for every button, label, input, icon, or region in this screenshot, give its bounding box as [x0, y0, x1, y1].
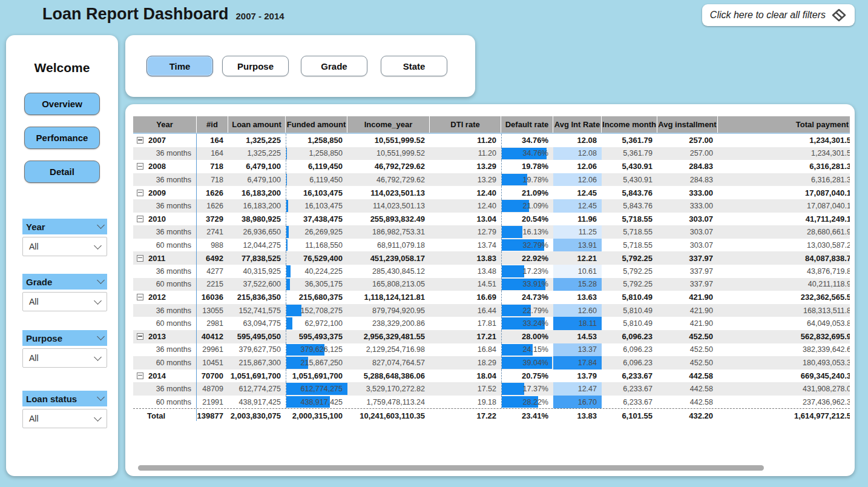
column-header-avg-int-rate[interactable]: Avg Int Rate: [553, 116, 602, 133]
welcome-heading: Welcome: [6, 61, 118, 75]
cell-total-payment: 237,436,962.3: [718, 396, 850, 409]
cell-avg-int: 16.70: [553, 396, 602, 409]
expand-icon[interactable]: [137, 216, 143, 222]
tab-state[interactable]: State: [381, 56, 447, 76]
column-header-funded-amount[interactable]: Funded amount: [286, 116, 347, 133]
cell-loan: 16,183,200: [228, 199, 286, 213]
cell-dti: 16.44: [430, 304, 501, 317]
cell-id: 16036: [197, 291, 228, 304]
filter-grade-value: All: [29, 297, 39, 306]
chevron-down-icon: [97, 276, 105, 284]
expand-icon[interactable]: [137, 333, 143, 340]
cell-default-rate: 19.78%: [501, 173, 553, 187]
table-row[interactable]: 36 months48709612,774,275612,774,2753,52…: [133, 382, 850, 396]
expand-icon[interactable]: [137, 137, 143, 144]
cell-default-rate: 24.73%: [501, 291, 553, 304]
cell-total-payment: 6,316,281.3: [718, 160, 850, 173]
cell-total-payment: 1,234,301.5: [718, 147, 850, 161]
column-header--id[interactable]: #id: [197, 116, 228, 133]
table-row[interactable]: 20087186,479,1006,119,45046,792,729.6213…: [133, 160, 850, 173]
column-header-total-payment[interactable]: Total payment: [718, 116, 850, 133]
column-header-avg-installment[interactable]: Avg installment: [657, 116, 718, 133]
table-row[interactable]: 36 months427740,315,92540,224,225285,430…: [133, 265, 850, 278]
cell-dti: 17.52: [430, 382, 501, 396]
cell-default-rate: 39.04%: [501, 356, 553, 369]
column-header-income-month[interactable]: Income month: [602, 116, 657, 133]
table-row[interactable]: Total1398772,003,830,0752,000,315,10010,…: [133, 408, 850, 421]
filter-loan-status-header[interactable]: Loan status: [22, 391, 107, 406]
cell-income-month: 5,361.79: [602, 147, 657, 161]
tab-grade[interactable]: Grade: [301, 56, 367, 76]
column-header-default-rate[interactable]: Default rate: [501, 116, 553, 133]
cell-loan: 63,094,775: [228, 317, 286, 330]
nav-performance-button[interactable]: Perfomance: [24, 127, 100, 149]
scrollbar-thumb[interactable]: [138, 465, 764, 471]
cell-avg-int: 12.45: [553, 199, 602, 213]
cell-income-month: 5,361.79: [602, 134, 657, 147]
expand-icon[interactable]: [137, 373, 143, 379]
nav-overview-button[interactable]: Overview: [24, 93, 100, 115]
cell-income-month: 5,810.49: [602, 317, 657, 330]
filter-purpose-dropdown[interactable]: All: [22, 348, 107, 368]
cell-total-payment: 64,049,053.8: [718, 317, 850, 330]
cell-avg-installment: 452.50: [657, 343, 718, 357]
cell-total-payment: 13,030,587.2: [718, 239, 850, 252]
table-row[interactable]: 2009162616,183,20016,103,475114,023,501.…: [133, 186, 850, 199]
column-header-year[interactable]: Year: [133, 116, 197, 133]
cell-default-rate: 16.13%: [501, 225, 553, 239]
filter-grade: Grade All: [22, 274, 107, 311]
expand-icon[interactable]: [137, 163, 143, 170]
cell-id: 718: [197, 173, 228, 187]
filter-grade-header[interactable]: Grade: [22, 274, 107, 290]
cell-loan: 438,917,425: [228, 396, 286, 409]
horizontal-scrollbar[interactable]: [138, 465, 849, 471]
cell-funded: 37,438,475: [286, 213, 347, 226]
cell-income-year: 2,956,329,481.55: [347, 330, 430, 343]
table-row[interactable]: 20071641,325,2251,258,85010,551,999.5211…: [133, 134, 850, 147]
expand-icon[interactable]: [137, 255, 143, 262]
table-row[interactable]: 2011649277,838,52576,529,400451,239,058.…: [133, 251, 850, 265]
table-row[interactable]: 36 months13055152,741,575152,708,275879,…: [133, 304, 850, 317]
filter-year-header[interactable]: Year: [22, 219, 107, 234]
cell-income-year: 1,118,124,121.81: [347, 291, 430, 304]
cell-dti: 12.79: [430, 225, 501, 239]
filter-loan-status-dropdown[interactable]: All: [22, 409, 107, 428]
filter-grade-dropdown[interactable]: All: [22, 292, 107, 311]
nav-detail-button[interactable]: Detail: [24, 161, 100, 183]
filter-year-dropdown[interactable]: All: [22, 237, 107, 256]
table-row[interactable]: 60 months298163,094,77562,972,100238,329…: [133, 317, 850, 330]
cell-income-year: 255,893,832.49: [347, 213, 430, 226]
table-row[interactable]: 36 months7186,479,1006,119,45046,792,729…: [133, 173, 850, 187]
cell-dti: 13.74: [430, 239, 501, 252]
cell-avg-int: 17.84: [553, 356, 602, 369]
cell-avg-int: 13.79: [553, 369, 602, 383]
chevron-down-icon: [94, 242, 102, 250]
table-row[interactable]: 2014707001,051,691,7001,051,691,7005,288…: [133, 369, 850, 383]
table-row[interactable]: 36 months1641,325,2251,258,85010,551,999…: [133, 147, 850, 161]
expand-icon[interactable]: [137, 190, 143, 196]
filter-purpose-header[interactable]: Purpose: [22, 330, 107, 346]
cell-loan: 2,003,830,075: [228, 409, 286, 421]
cell-id: 10451: [197, 356, 228, 369]
table-row[interactable]: 60 months221537,522,60036,305,175165,808…: [133, 278, 850, 291]
clear-filters-button[interactable]: Click here to clear all filters: [702, 4, 855, 26]
table-row[interactable]: 60 months10451215,867,300215,867,250827,…: [133, 356, 850, 369]
cell-label: 36 months: [133, 225, 197, 239]
table-row[interactable]: 60 months21991438,917,425438,917,4251,75…: [133, 396, 850, 409]
cell-avg-int: 13.83: [553, 409, 602, 421]
table-row[interactable]: 201340412595,495,050595,493,3752,956,329…: [133, 330, 850, 343]
column-header-dti-rate[interactable]: DTI rate: [430, 116, 501, 133]
table-row[interactable]: 2010372938,980,92537,438,475255,893,832.…: [133, 213, 850, 226]
tab-time[interactable]: Time: [146, 56, 213, 76]
cell-income-month: 5,430.91: [602, 173, 657, 187]
column-header-income-year[interactable]: Income_year: [347, 116, 430, 133]
cell-funded: 1,051,691,700: [286, 369, 347, 383]
table-row[interactable]: 36 months29961379,627,750379,626,1252,12…: [133, 343, 850, 357]
table-row[interactable]: 60 months98812,044,27511,168,55068,911,0…: [133, 239, 850, 252]
table-row[interactable]: 36 months274126,936,65026,269,925186,982…: [133, 225, 850, 239]
column-header-loan-amount[interactable]: Loan amount: [228, 116, 286, 133]
expand-icon[interactable]: [137, 294, 143, 300]
table-row[interactable]: 36 months162616,183,20016,103,475114,023…: [133, 199, 850, 213]
tab-purpose[interactable]: Purpose: [222, 56, 289, 76]
table-row[interactable]: 201216036215,836,350215,680,3751,118,124…: [133, 291, 850, 304]
